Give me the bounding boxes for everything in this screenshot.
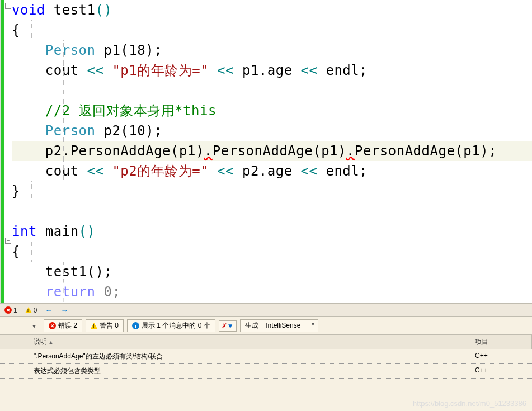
nav-prev-button[interactable]: ←: [45, 306, 53, 315]
table-row[interactable]: 表达式必须包含类类型 C++: [0, 364, 532, 379]
status-bar: ✕1 0 ← →: [0, 303, 532, 316]
errors-filter-button[interactable]: ✕错误 2: [44, 319, 82, 332]
code-line: {: [12, 242, 532, 262]
nav-next-button[interactable]: →: [60, 306, 68, 315]
info-icon: i: [132, 322, 139, 329]
code-line: [12, 81, 532, 101]
code-line: cout << "p2的年龄为=" << p2.age << endl;: [12, 161, 532, 181]
error-table: 说明 项目 ".PersonAddAge"的左边必须有类/结构/联合 C++ 表…: [0, 335, 532, 379]
error-icon: ✕: [4, 306, 12, 314]
messages-filter-button[interactable]: i展示 1 个消息中的 0 个: [127, 319, 215, 332]
column-project[interactable]: 项目: [470, 335, 532, 349]
code-line: p2.PersonAddAge(p1).PersonAddAge(p1).Per…: [12, 141, 532, 161]
code-line: {: [12, 20, 532, 40]
fold-toggle-icon[interactable]: −: [5, 3, 11, 9]
table-row[interactable]: ".PersonAddAge"的左边必须有类/结构/联合 C++: [0, 349, 532, 364]
warning-icon: [91, 323, 97, 329]
code-line: int main(): [12, 221, 532, 242]
errorlist-toolbar: ▾ ✕错误 2 警告 0 i展示 1 个消息中的 0 个 ✗▼ 生成 + Int…: [0, 317, 532, 335]
watermark: https://blog.csdn.net/m0_51233386: [413, 399, 526, 408]
code-line: Person p1(18);: [12, 40, 532, 60]
dropdown-arrow-icon[interactable]: ▾: [28, 321, 40, 331]
code-editor[interactable]: − − void test1() { Person p1(18); cout <…: [0, 0, 532, 303]
code-line: [12, 201, 532, 221]
warnings-filter-button[interactable]: 警告 0: [86, 319, 124, 332]
filter-button[interactable]: ✗▼: [219, 320, 237, 332]
code-line: //2 返回对象本身用*this: [12, 101, 532, 121]
source-combo[interactable]: 生成 + IntelliSense: [240, 319, 318, 332]
code-lines[interactable]: void test1() { Person p1(18); cout << "p…: [12, 0, 532, 303]
warning-icon: [25, 307, 32, 313]
error-list-panel: ▾ ✕错误 2 警告 0 i展示 1 个消息中的 0 个 ✗▼ 生成 + Int…: [0, 316, 532, 411]
code-line: cout << "p1的年龄为=" << p1.age << endl;: [12, 60, 532, 81]
filter-icon: ✗: [222, 322, 227, 330]
code-margin: − −: [1, 0, 12, 303]
code-line: test1();: [12, 262, 532, 282]
code-line: }: [12, 181, 532, 201]
column-description[interactable]: 说明: [0, 335, 470, 349]
code-line: void test1(): [12, 0, 532, 20]
code-line: Person p2(10);: [12, 121, 532, 141]
warning-count[interactable]: 0: [25, 306, 37, 314]
code-line: return 0;: [12, 282, 532, 302]
error-count[interactable]: ✕1: [4, 306, 17, 314]
table-header[interactable]: 说明 项目: [0, 335, 532, 349]
fold-toggle-icon[interactable]: −: [5, 238, 11, 244]
error-icon: ✕: [49, 322, 56, 329]
